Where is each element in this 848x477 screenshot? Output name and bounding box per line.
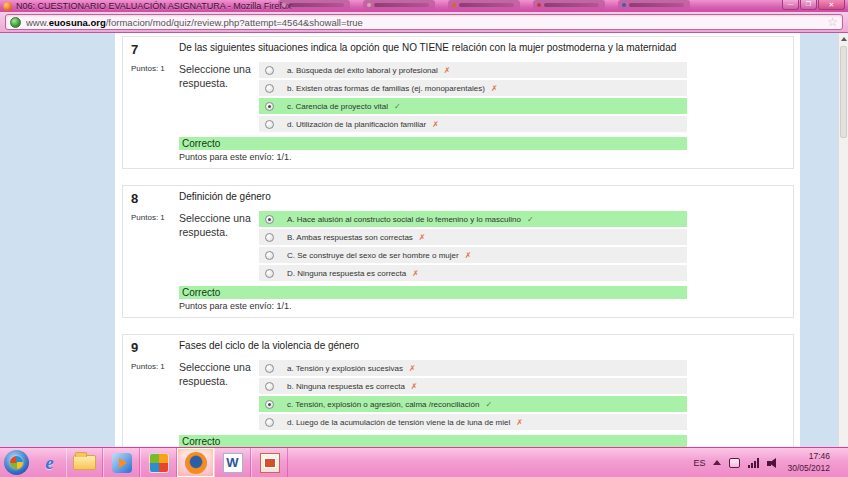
internet-explorer-icon: e [45,453,53,472]
option-label: b. Existen otras formas de familias (ej.… [287,84,485,93]
answer-option-row[interactable]: C. Se construye del sexo de ser hombre o… [259,247,687,263]
taskbar-item-internet-explorer[interactable]: e [33,448,66,477]
url-path: /formacion/mod/quiz/review.php?attempt=4… [106,17,363,28]
globe-icon [10,17,21,28]
option-radio[interactable] [265,418,274,427]
taskbar-item-powerpoint[interactable] [251,448,288,477]
answer-options: A. Hace alusión al constructo social de … [259,211,687,283]
firefox-icon [185,452,207,474]
file-explorer-icon [73,455,96,470]
url-text[interactable]: www.euosuna.org/formacion/mod/quiz/revie… [26,17,823,28]
tab-favicon-icon [282,3,286,7]
option-radio[interactable] [265,120,274,129]
option-radio[interactable] [265,382,274,391]
check-mark-icon: ✓ [394,102,401,111]
answer-area: Seleccione una respuesta.a. Búsqueda del… [179,62,785,134]
question-number: 7 [131,42,179,57]
minimize-button[interactable]: — [782,0,799,10]
taskbar-item-word[interactable]: W [214,448,251,477]
check-mark-icon: ✓ [527,215,534,224]
tab-favicon-icon [367,3,371,7]
option-radio[interactable] [265,269,274,278]
option-label: a. Búsqueda del éxito laboral y profesio… [287,66,438,75]
option-label: d. Luego de la acumulación de tensión vi… [287,418,510,427]
taskbar-item-media-player[interactable] [103,448,140,477]
background-tab[interactable] [363,0,435,10]
option-radio[interactable] [265,233,274,242]
select-answer-label: Seleccione una respuesta. [179,62,259,134]
option-radio[interactable] [265,102,274,111]
start-button[interactable] [0,448,33,477]
taskbar-item-file-explorer[interactable] [66,448,103,477]
tab-title-smudge [289,3,344,7]
action-center-icon[interactable] [729,458,740,468]
maximize-button[interactable]: ❒ [800,0,817,10]
taskbar-item-firefox-active[interactable] [177,448,214,477]
hidden-icons-arrow-icon[interactable] [713,460,721,465]
question-prompt: De las siguientes situaciones indica la … [179,42,785,53]
question-body: Definición de géneroSeleccione una respu… [179,191,785,311]
taskbar: e W ES 17:46 30/05/2012 [0,447,848,477]
window-title: N06: CUESTIONARIO EVALUACIÓN ASIGNATURA … [16,0,291,12]
background-tab[interactable] [533,0,605,10]
background-tab[interactable] [278,0,350,10]
answer-option-row[interactable]: c. Tensión, explosión o agresión, calma … [259,396,687,412]
taskbar-item-photo-gallery[interactable] [140,448,177,477]
option-label: d. Utilización de la planificación famil… [287,120,426,129]
background-tab[interactable] [448,0,520,10]
answer-option-row[interactable]: d. Utilización de la planificación famil… [259,116,687,132]
feedback-banner: Correcto [179,286,687,299]
question-prompt: Fases del ciclo de la violencia de géner… [179,340,785,351]
scroll-up-arrow-icon [841,37,847,41]
option-radio[interactable] [265,215,274,224]
bookmark-star-icon[interactable]: ☆ [827,16,838,28]
check-mark-icon: ✓ [485,400,492,409]
powerpoint-slide-icon [264,458,276,468]
vertical-scrollbar[interactable] [838,33,848,447]
cross-mark-icon: ✗ [412,269,419,278]
scroll-up-button[interactable] [839,33,848,45]
answer-option-row[interactable]: c. Carencia de proyecto vital✓ [259,98,687,114]
close-button[interactable]: ✕ [818,0,845,10]
answer-option-row[interactable]: b. Existen otras formas de familias (ej.… [259,80,687,96]
photo-gallery-icon [149,453,169,473]
answer-option-row[interactable]: A. Hace alusión al constructo social de … [259,211,687,227]
option-label: C. Se construye del sexo de ser hombre o… [287,251,459,260]
answer-option-row[interactable]: a. Tensión y explosión sucesivas✗ [259,360,687,376]
background-tab[interactable] [618,0,690,10]
scrollbar-thumb[interactable] [840,46,847,138]
answer-option-row[interactable]: D. Ninguna respuesta es correcta✗ [259,265,687,281]
answer-options: a. Búsqueda del éxito laboral y profesio… [259,62,687,134]
answer-option-row[interactable]: d. Luego de la acumulación de tensión vi… [259,414,687,430]
option-radio[interactable] [265,251,274,260]
cross-mark-icon: ✗ [432,120,439,129]
option-radio[interactable] [265,84,274,93]
url-domain: euosuna.org [49,17,106,28]
cross-mark-icon: ✗ [409,364,416,373]
tab-title-smudge [459,3,514,7]
answer-option-row[interactable]: b. Ninguna respuesta es correcta✗ [259,378,687,394]
tab-favicon-icon [452,3,456,7]
option-radio[interactable] [265,364,274,373]
option-label: B. Ambas respuestas son correctas [287,233,413,242]
option-radio[interactable] [265,66,274,75]
question-body: Fases del ciclo de la violencia de géner… [179,340,785,447]
question-body: De las siguientes situaciones indica la … [179,42,785,162]
question-number: 8 [131,191,179,206]
answer-option-row[interactable]: B. Ambas respuestas son correctas✗ [259,229,687,245]
question-number-column: 7Puntos: 1 [131,42,179,162]
cross-mark-icon: ✗ [465,251,472,260]
url-bar[interactable]: www.euosuna.org/formacion/mod/quiz/revie… [5,14,843,30]
media-player-icon [112,453,132,473]
select-answer-label: Seleccione una respuesta. [179,360,259,432]
clock[interactable]: 17:46 30/05/2012 [787,451,830,473]
volume-icon[interactable] [767,458,779,468]
answer-option-row[interactable]: a. Búsqueda del éxito laboral y profesio… [259,62,687,78]
cross-mark-icon: ✗ [491,84,498,93]
option-radio[interactable] [265,400,274,409]
network-icon[interactable] [748,458,759,468]
language-indicator[interactable]: ES [693,458,705,468]
windows-start-icon [4,450,29,475]
question-card: 8Puntos: 1Definición de géneroSeleccione… [122,185,794,318]
quiz-review-content: 7Puntos: 1De las siguientes situaciones … [115,33,800,447]
